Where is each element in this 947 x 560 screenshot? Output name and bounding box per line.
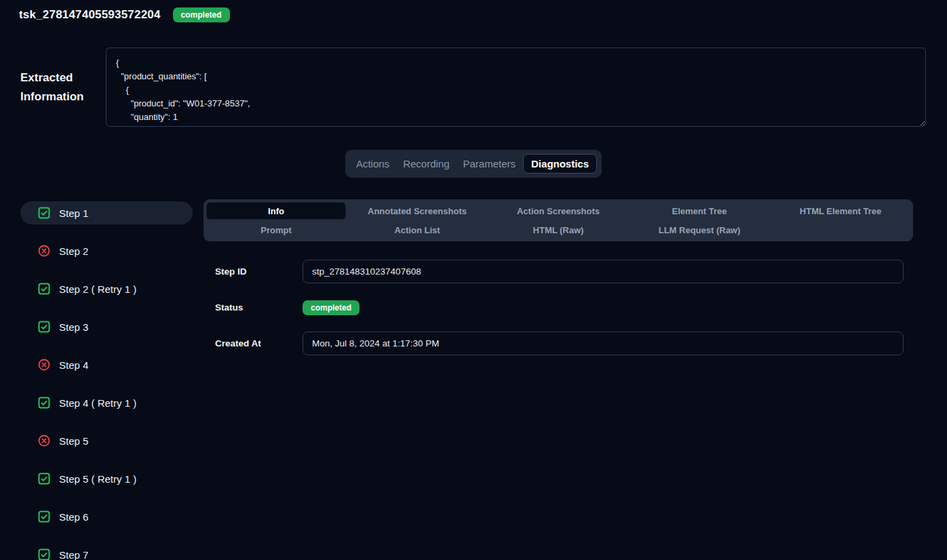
step-id-label: Step ID xyxy=(215,266,303,277)
step-label: Step 5 ( Retry 1 ) xyxy=(59,473,136,485)
check-square-icon xyxy=(38,473,50,485)
step-list-item[interactable]: Step 4 ( Retry 1 ) xyxy=(20,391,193,414)
subtab-action-screenshots[interactable]: Action Screenshots xyxy=(488,202,628,220)
check-square-icon xyxy=(38,511,50,523)
step-list-item[interactable]: Step 5 ( Retry 1 ) xyxy=(20,467,193,490)
created-at-row: Created At xyxy=(215,332,904,355)
tab-diagnostics[interactable]: Diagnostics xyxy=(523,154,597,174)
steps-sidebar: Step 1 Step 2 Step 2 ( Retry 1 ) Step 3 … xyxy=(20,201,193,560)
task-id-title: tsk_278147405593572204 xyxy=(19,8,161,22)
task-detail-page: { "header": { "task_id": "tsk_2781474055… xyxy=(0,0,947,560)
step-list-item[interactable]: Step 4 xyxy=(20,353,193,376)
subtab-html-raw[interactable]: HTML (Raw) xyxy=(488,221,628,239)
extracted-information-label: Extracted Information xyxy=(20,68,102,106)
check-square-icon xyxy=(38,397,50,409)
subtab-html-element-tree[interactable]: HTML Element Tree xyxy=(771,202,910,220)
extracted-information-textarea[interactable]: { "product_quantities": [ { "product_id"… xyxy=(106,47,926,127)
check-square-icon xyxy=(38,207,50,219)
step-label: Step 2 xyxy=(59,245,88,257)
x-circle-icon xyxy=(38,435,50,447)
step-id-row: Step ID xyxy=(215,260,904,283)
subtab-element-tree[interactable]: Element Tree xyxy=(630,202,769,220)
tab-recording[interactable]: Recording xyxy=(397,154,455,174)
step-label: Step 2 ( Retry 1 ) xyxy=(59,283,136,295)
step-list-item[interactable]: Step 1 xyxy=(20,201,193,224)
subtab-llm-request-raw[interactable]: LLM Request (Raw) xyxy=(630,221,769,239)
check-square-icon xyxy=(38,548,50,560)
tab-parameters[interactable]: Parameters xyxy=(457,154,522,174)
step-label: Step 3 xyxy=(59,321,88,333)
step-list-item[interactable]: Step 7 xyxy=(20,543,193,560)
step-label: Step 7 xyxy=(59,549,88,560)
step-list-item[interactable]: Step 2 xyxy=(20,239,193,262)
status-label: Status xyxy=(215,302,303,313)
step-status-badge: completed xyxy=(303,300,360,315)
step-label: Step 6 xyxy=(59,511,88,523)
subtab-prompt[interactable]: Prompt xyxy=(206,221,346,239)
created-at-label: Created At xyxy=(215,338,303,348)
step-label: Step 5 xyxy=(59,435,88,447)
check-square-icon xyxy=(38,321,50,333)
subtab-annotated-screenshots[interactable]: Annotated Screenshots xyxy=(347,202,487,220)
step-list-item[interactable]: Step 6 xyxy=(20,505,193,528)
step-label: Step 4 xyxy=(59,359,88,371)
step-id-input[interactable] xyxy=(303,260,904,283)
step-list-item[interactable]: Step 3 xyxy=(20,315,193,338)
main-tabbar: Actions Recording Parameters Diagnostics xyxy=(345,150,602,178)
diagnostics-panel: Info Annotated Screenshots Action Screen… xyxy=(204,199,913,367)
status-badge-wrap: completed xyxy=(303,296,904,319)
header: tsk_278147405593572204 completed xyxy=(19,7,230,22)
x-circle-icon xyxy=(38,245,50,257)
step-list-item[interactable]: Step 5 xyxy=(20,429,193,452)
task-status-badge: completed xyxy=(173,7,230,22)
step-label: Step 1 xyxy=(59,207,88,219)
subtab-action-list[interactable]: Action List xyxy=(347,221,487,239)
info-fields: Step ID Status completed Created At xyxy=(215,260,904,355)
subtab-info[interactable]: Info xyxy=(206,202,346,220)
tab-actions[interactable]: Actions xyxy=(350,154,395,174)
step-label: Step 4 ( Retry 1 ) xyxy=(59,397,136,409)
status-row: Status completed xyxy=(215,296,904,319)
check-square-icon xyxy=(38,283,50,295)
x-circle-icon xyxy=(38,359,50,371)
diagnostics-subtabs: Info Annotated Screenshots Action Screen… xyxy=(204,199,913,241)
created-at-input[interactable] xyxy=(303,332,904,355)
step-list-item[interactable]: Step 2 ( Retry 1 ) xyxy=(20,277,193,300)
